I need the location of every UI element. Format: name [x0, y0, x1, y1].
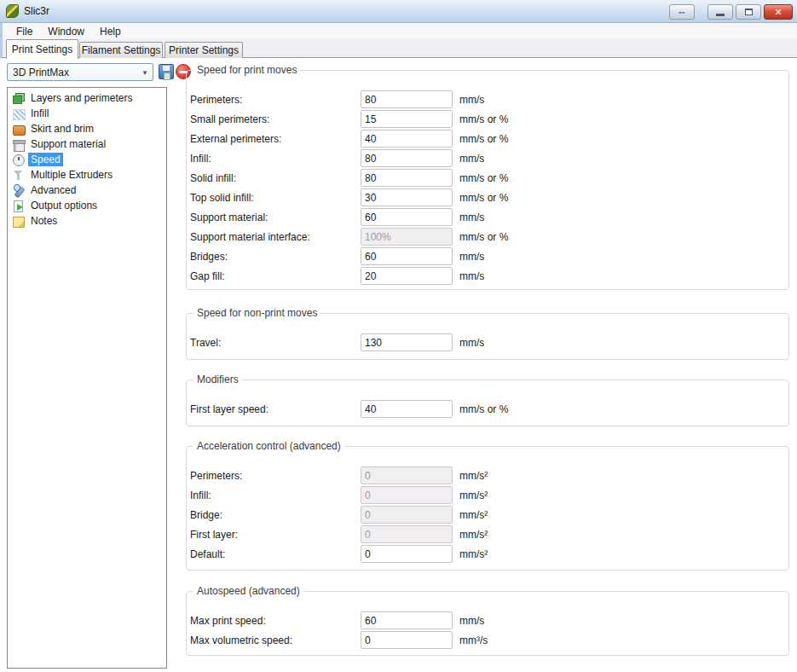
- group-modifiers: Modifiers First layer speed: mm/s or %: [186, 379, 789, 426]
- top-solid-infill-input[interactable]: [361, 188, 453, 206]
- field-unit: mm/s or %: [459, 403, 788, 415]
- sidebar-item-skirt-and-brim[interactable]: Skirt and brim: [12, 121, 166, 136]
- titlebar: Slic3r ⇔ ✕: [0, 0, 797, 23]
- field-unit: mm/s²: [459, 548, 788, 560]
- form-row: Gap fill: mm/s: [190, 266, 788, 286]
- perimeters-speed-input[interactable]: [361, 90, 453, 108]
- form-row: External perimeters: mm/s or %: [190, 129, 788, 148]
- window-title: Slic3r: [24, 5, 49, 17]
- skirt-icon: [12, 123, 25, 136]
- group-title: Speed for non-print moves: [193, 307, 321, 319]
- form-row: Support material interface: mm/s or %: [190, 227, 788, 246]
- preset-dropdown[interactable]: 3D PrintMax ▼: [7, 63, 153, 81]
- bridges-speed-input[interactable]: [361, 247, 453, 265]
- sidebar-item-label: Infill: [28, 107, 51, 120]
- accel-perimeters-input: [361, 466, 453, 484]
- field-label: First layer:: [190, 529, 361, 541]
- travel-speed-input[interactable]: [361, 333, 453, 351]
- external-perimeters-input[interactable]: [361, 130, 453, 148]
- group-title: Speed for print moves: [193, 64, 300, 76]
- form-row: Support material: mm/s: [190, 207, 788, 227]
- speed-icon: [12, 154, 25, 166]
- settings-tree: Layers and perimeters Infill Skirt and b…: [7, 87, 167, 669]
- tab-print-settings[interactable]: Print Settings: [6, 39, 78, 59]
- field-label: Solid infill:: [190, 172, 361, 184]
- sidebar-item-support-material[interactable]: Support material: [12, 136, 166, 152]
- field-label: Max volumetric speed:: [190, 634, 361, 646]
- form-row: Max print speed: mm/s: [190, 611, 788, 630]
- field-label: Small perimeters:: [190, 113, 361, 125]
- chevron-down-icon: ▼: [141, 69, 148, 77]
- field-unit: mm/s or %: [459, 192, 788, 204]
- tab-printer-settings[interactable]: Printer Settings: [165, 42, 243, 58]
- form-row: Perimeters: mm/s²: [190, 466, 788, 485]
- close-button[interactable]: ✕: [764, 4, 793, 20]
- field-unit: mm/s²: [459, 490, 788, 501]
- field-unit: mm/s: [459, 270, 788, 282]
- tab-filament-settings[interactable]: Filament Settings: [79, 42, 163, 58]
- sidebar-item-layers-and-perimeters[interactable]: Layers and perimeters: [12, 90, 166, 106]
- form-row: Small perimeters: mm/s or %: [190, 109, 788, 129]
- sidebar-item-label: Layers and perimeters: [28, 91, 135, 105]
- menu-file[interactable]: File: [9, 23, 40, 39]
- form-row: Infill: mm/s²: [190, 485, 788, 505]
- gap-fill-input[interactable]: [361, 267, 453, 285]
- sidebar-item-label: Advanced: [28, 183, 78, 197]
- field-label: Bridge:: [190, 509, 361, 521]
- window-controls: ⇔ ✕: [667, 4, 793, 20]
- max-print-speed-input[interactable]: [361, 611, 453, 629]
- group-title: Acceleration control (advanced): [193, 440, 344, 452]
- form-row: Default: mm/s²: [190, 544, 788, 564]
- group-speed-for-print-moves: Speed for print moves Perimeters: mm/s S…: [186, 70, 789, 290]
- field-unit: mm/s or %: [459, 113, 788, 125]
- field-unit: mm/s: [459, 337, 788, 349]
- sidebar-item-infill[interactable]: Infill: [12, 106, 166, 121]
- group-acceleration-control: Acceleration control (advanced) Perimete…: [186, 446, 789, 571]
- minimize-button[interactable]: [707, 4, 733, 20]
- solid-infill-input[interactable]: [361, 169, 453, 187]
- field-label: Gap fill:: [190, 270, 361, 282]
- field-unit: mm/s: [459, 615, 788, 627]
- infill-speed-input[interactable]: [361, 149, 453, 167]
- infill-icon: [12, 107, 25, 120]
- form-row: First layer: mm/s²: [190, 524, 788, 544]
- support-material-speed-input[interactable]: [361, 208, 453, 226]
- accel-default-input[interactable]: [361, 545, 453, 563]
- preset-selected-value: 3D PrintMax: [13, 67, 69, 78]
- menu-window[interactable]: Window: [40, 23, 92, 39]
- field-label: Infill:: [190, 490, 361, 501]
- sidebar-item-speed[interactable]: Speed: [12, 152, 166, 167]
- field-unit: mm/s or %: [459, 172, 788, 184]
- sidebar-item-advanced[interactable]: Advanced: [12, 182, 166, 198]
- max-volumetric-speed-input[interactable]: [361, 631, 453, 649]
- accel-first-layer-input: [361, 525, 453, 543]
- sidebar-item-output-options[interactable]: Output options: [12, 198, 166, 213]
- resize-button[interactable]: ⇔: [669, 4, 695, 20]
- sidebar-item-notes[interactable]: Notes: [12, 213, 166, 229]
- maximize-button[interactable]: [736, 4, 761, 20]
- field-label: Perimeters:: [190, 470, 361, 482]
- close-icon: ✕: [774, 7, 782, 18]
- sidebar-item-label: Output options: [28, 199, 100, 212]
- field-unit: mm³/s: [459, 634, 788, 646]
- field-label: Default:: [190, 548, 361, 560]
- tabbar: Print Settings Filament Settings Printer…: [0, 39, 797, 58]
- sidebar-item-label: Notes: [28, 214, 60, 228]
- field-label: Max print speed:: [190, 615, 361, 627]
- speed-settings-form: Speed for print moves Perimeters: mm/s S…: [186, 70, 789, 656]
- field-unit: mm/s²: [459, 470, 788, 482]
- field-unit: mm/s or %: [459, 231, 788, 243]
- save-preset-button[interactable]: [159, 64, 174, 79]
- small-perimeters-input[interactable]: [361, 110, 453, 128]
- form-row: Travel: mm/s: [190, 333, 788, 352]
- sidebar-item-multiple-extruders[interactable]: Multiple Extruders: [12, 167, 166, 182]
- form-row: First layer speed: mm/s or %: [190, 399, 788, 419]
- form-row: Max volumetric speed: mm³/s: [190, 630, 788, 650]
- first-layer-speed-input[interactable]: [361, 400, 453, 418]
- field-unit: mm/s: [459, 211, 788, 223]
- field-unit: mm/s: [459, 94, 788, 106]
- form-row: Top solid infill: mm/s or %: [190, 188, 788, 207]
- menu-help[interactable]: Help: [92, 23, 129, 39]
- field-unit: mm/s²: [459, 529, 788, 541]
- accel-infill-input: [361, 486, 453, 504]
